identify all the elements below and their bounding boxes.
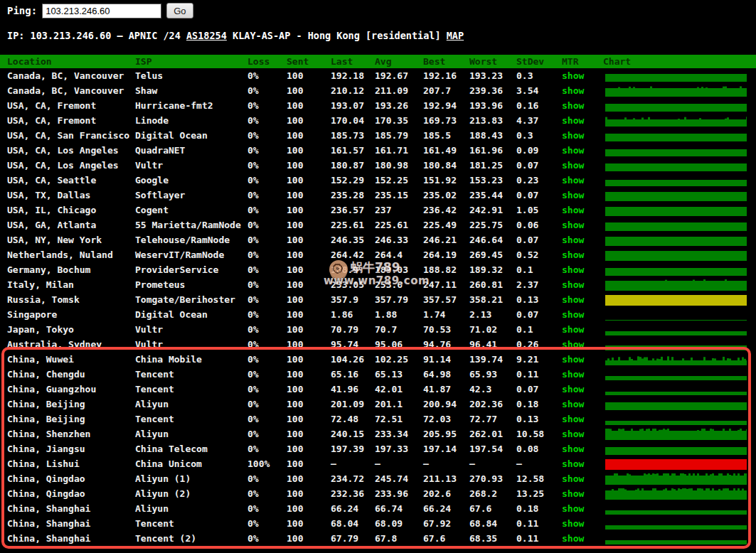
cell-stdev: 0.06 [516,218,562,232]
cell-isp: Aliyun [135,426,247,441]
cell-last: 246.35 [331,232,375,247]
mtr-show-link[interactable]: show [562,339,584,350]
mtr-show-link[interactable]: show [562,264,584,275]
mtr-show-link[interactable]: show [562,369,584,380]
mtr-show-link[interactable]: show [562,354,584,365]
cell-stdev: 0.52 [516,247,562,262]
table-row: China, LishuiChina Unicom100%100–––––sho… [0,456,756,471]
latency-sparkline [603,128,756,143]
cell-stdev: 0.11 [516,531,562,546]
cell-isp: ProviderService [135,262,247,277]
latency-sparkline [603,426,756,441]
mtr-show-link[interactable]: show [562,458,584,469]
mtr-show-link[interactable]: show [562,503,584,514]
cell-location: USA, CA, Fremont [7,98,135,113]
cell-location: USA, TX, Dallas [7,188,135,203]
cell-location: China, Shanghai [7,531,135,546]
cell-best: 64.98 [423,367,469,382]
mtr-show-link[interactable]: show [562,399,584,409]
cell-sent: 100 [287,441,331,456]
latency-sparkline [603,158,756,173]
cell-stdev: 0.07 [516,158,562,173]
mtr-show-link[interactable]: show [562,444,584,454]
cell-last: 170.04 [331,113,375,128]
cell-loss: 0% [247,68,287,83]
mtr-show-link[interactable]: show [562,115,584,126]
cell-isp: Google [135,173,247,188]
cell-isp: 55 Marietta/RamNode [135,218,247,232]
cell-best: 192.16 [423,68,469,83]
mtr-show-link[interactable]: show [562,294,584,305]
ping-input[interactable] [42,4,161,18]
as-number-link[interactable]: AS18254 [186,30,227,41]
table-row: China, QingdaoAliyun (2)0%100232.36233.9… [0,486,756,501]
cell-isp: Vultr [135,158,247,173]
cell-sent: 100 [287,158,331,173]
mtr-show-link[interactable]: show [562,488,584,499]
cell-stdev: 1.05 [516,203,562,218]
cell-stdev: 0.13 [516,292,562,307]
mtr-show-link[interactable]: show [562,473,584,484]
mtr-show-link[interactable]: show [562,175,584,186]
cell-avg: 233.34 [375,426,423,441]
mtr-show-link[interactable]: show [562,70,584,81]
cell-stdev: 0.1 [516,262,562,277]
cell-sent: 100 [287,352,331,367]
map-link[interactable]: MAP [447,30,464,41]
cell-isp: Vultr [135,322,247,337]
cell-loss: 0% [247,173,287,188]
cell-isp: Tencent [135,412,247,426]
table-header-row: LocationISPLossSentLastAvgBestWorstStDev… [0,55,756,68]
cell-avg: 68.09 [375,516,423,531]
mtr-show-link[interactable]: show [562,220,584,230]
cell-avg: 193.26 [375,98,423,113]
cell-isp: Tencent [135,516,247,531]
latency-sparkline [603,262,756,277]
mtr-show-link[interactable]: show [562,249,584,260]
go-button[interactable]: Go [166,3,193,18]
table-row: USA, CA, FremontHurricane-fmt20%100193.0… [0,98,756,113]
cell-worst: 239.36 [469,83,516,98]
cell-last: 66.24 [331,501,375,516]
mtr-show-link[interactable]: show [562,429,584,439]
mtr-show-link[interactable]: show [562,309,584,320]
cell-isp: Softlayer [135,188,247,203]
latency-sparkline [603,83,756,98]
mtr-show-link[interactable]: show [562,100,584,111]
cell-loss: 0% [247,441,287,456]
cell-sent: 100 [287,143,331,158]
mtr-show-link[interactable]: show [562,279,584,290]
cell-sent: 100 [287,382,331,397]
cell-avg: 42.01 [375,382,423,397]
cell-worst: 72.77 [469,412,516,426]
mtr-show-link[interactable]: show [562,384,584,394]
cell-worst: 358.21 [469,292,516,307]
cell-worst: 197.54 [469,441,516,456]
cell-stdev: 0.07 [516,232,562,247]
mtr-show-link[interactable]: show [562,190,584,200]
mtr-show-link[interactable]: show [562,205,584,215]
cell-last: 185.73 [331,128,375,143]
cell-isp: Aliyun [135,501,247,516]
mtr-show-link[interactable]: show [562,518,584,529]
cell-best: 197.14 [423,441,469,456]
cell-avg: 67.8 [375,531,423,546]
cell-best: 202.6 [423,486,469,501]
cell-location: China, Chengdu [7,367,135,382]
mtr-show-link[interactable]: show [562,130,584,141]
cell-last: 152.29 [331,173,375,188]
mtr-show-link[interactable]: show [562,533,584,544]
cell-loss: 0% [247,367,287,382]
mtr-show-link[interactable]: show [562,414,584,424]
mtr-show-link[interactable]: show [562,160,584,171]
cell-best: 357.57 [423,292,469,307]
cell-avg: 357.79 [375,292,423,307]
mtr-show-link[interactable]: show [562,324,584,335]
mtr-show-link[interactable]: show [562,145,584,156]
cell-location: China, Qingdao [7,471,135,486]
mtr-show-link[interactable]: show [562,85,584,96]
latency-sparkline [603,337,756,352]
mtr-show-link[interactable]: show [562,235,584,245]
cell-worst: 262.01 [469,426,516,441]
cell-last: 232.36 [331,486,375,501]
